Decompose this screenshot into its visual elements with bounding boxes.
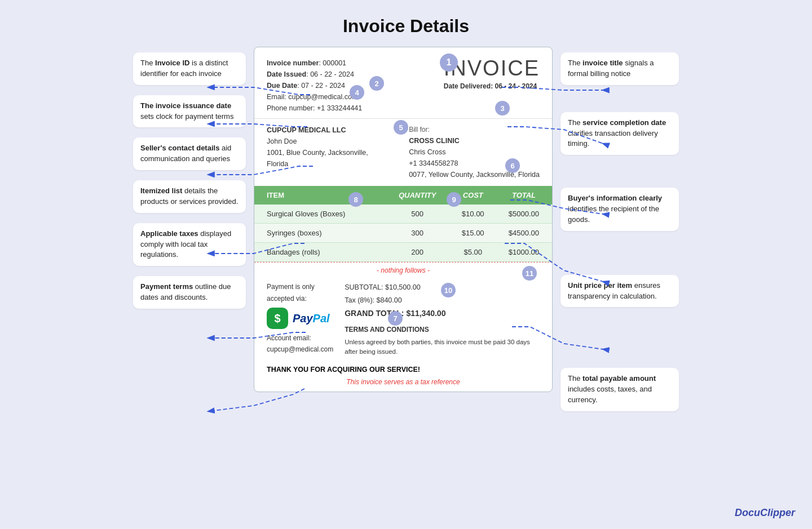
due-date-label: Due Date	[267, 82, 297, 90]
email-label: Email:	[267, 93, 288, 101]
item-qty-2: 300	[385, 224, 450, 243]
invoice-number: 000001	[323, 59, 346, 67]
badge-2: 2	[369, 76, 384, 91]
item-total-1: $5000.00	[496, 205, 552, 224]
page-title: Invoice Details	[0, 0, 812, 47]
thank-you: THANK YOU FOR ACQUIRING OUR SERVICE!	[254, 362, 552, 375]
item-qty-3: 200	[385, 243, 450, 262]
date-delivered: Date Delivered: 06 - 24 - 2024	[444, 82, 540, 90]
item-name-1: Surgical Gloves (Boxes)	[254, 205, 385, 224]
subtotal-label: SUBTOTAL:	[345, 283, 383, 291]
col-item: ITEM	[254, 186, 385, 205]
annotation-seller-contact: Seller's contact details aid communicati…	[133, 137, 246, 170]
grand-total-value: $11,340.00	[406, 309, 445, 318]
badge-5: 5	[394, 120, 408, 135]
col-quantity: QUANTITY	[385, 186, 450, 205]
badge-8: 8	[348, 192, 363, 207]
badge-6: 6	[505, 158, 520, 173]
badge-1: 1	[440, 54, 458, 72]
account-email-label: Account email:	[267, 334, 311, 342]
annotation-total-payable: The total payable amount includes costs,…	[561, 368, 679, 411]
tax-value: $840.00	[377, 296, 402, 304]
invoice-wrapper: Invoice number: 000001 Date Issued: 06 -…	[254, 47, 553, 392]
tax-line: Tax (8%): $840.00	[345, 294, 540, 307]
buyer-phone: +1 3344558278	[409, 158, 540, 169]
item-cost-2: $15.00	[450, 224, 496, 243]
buyer-contact: Chris Cross	[409, 146, 540, 158]
items-table: ITEM QUANTITY COST TOTAL Surgical Gloves…	[254, 186, 552, 262]
subtotal-value: $10,500.00	[385, 283, 421, 291]
item-name-2: Syringes (boxes)	[254, 224, 385, 243]
buyer-block: Bill for: CROSS CLINIC Chris Cross +1 33…	[409, 125, 540, 180]
table-row: Surgical Gloves (Boxes) 500 $10.00 $5000…	[254, 205, 552, 224]
right-annotations: The invoice title signals a formal billi…	[561, 47, 679, 411]
item-name-3: Bandages (rolls)	[254, 243, 385, 262]
annotation-itemized-list: Itemized list details the products or se…	[133, 180, 246, 213]
seller-address: 1001, Blue County, Jacksonville, Florida	[267, 147, 368, 170]
annotation-buyer-info: Buyer's information clearly identifies t…	[561, 188, 679, 231]
nothing-follows: - nothing follows -	[254, 262, 552, 275]
seller-company: CUPCUP MEDICAL LLC	[267, 126, 346, 134]
phone-label: Phone number:	[267, 104, 317, 112]
invoice-right-header: INVOICE Date Delivered: 06 - 24 - 2024	[444, 57, 540, 90]
tax-reference: This invoice serves as a tax reference	[254, 375, 552, 392]
seller-block: Invoice number: 000001 Date Issued: 06 -…	[267, 57, 362, 114]
table-header-row: ITEM QUANTITY COST TOTAL	[254, 186, 552, 205]
tax-label: Tax (8%):	[345, 296, 374, 304]
table-row: Bandages (rolls) 200 $5.00 $1000.00	[254, 243, 552, 262]
email-value: cupcup@medical.com	[288, 93, 358, 101]
item-total-3: $1000.00	[496, 243, 552, 262]
date-delivered-label: Date Delivered	[444, 82, 491, 90]
annotation-service-completion: The service completion date clarifies tr…	[561, 112, 679, 155]
cashapp-icon: $	[267, 308, 288, 329]
bill-for-label: Bill for:	[409, 125, 540, 135]
badge-4: 4	[350, 85, 364, 100]
buyer-address: 0077, Yellow County, Jacksonville, Flori…	[409, 169, 540, 180]
account-email-value: cupcup@medical.com	[267, 345, 333, 353]
phone-value: +1 333244441	[317, 104, 362, 112]
account-email: Account email: cupcup@medical.com	[267, 332, 333, 355]
grand-total-line: GRAND TOTAL: $11,340.00	[345, 306, 540, 321]
paypal-logo: PayPal	[293, 309, 330, 328]
annotation-issuance-date: The invoice issuance date sets clock for…	[133, 95, 246, 128]
docuclipper-logo: DocuClipper	[735, 507, 795, 519]
terms-section: TERMS AND CONDITIONS Unless agreed by bo…	[345, 321, 540, 357]
due-date: 07 - 22 - 2024	[301, 82, 345, 90]
terms-text: Unless agreed by both parties, this invo…	[345, 337, 540, 357]
payment-left: Payment is only accepted via: $ PayPal A…	[267, 281, 333, 355]
item-cost-1: $10.00	[450, 205, 496, 224]
payment-accepted-label: Payment is only accepted via:	[267, 281, 333, 304]
invoice-card: Invoice number: 000001 Date Issued: 06 -…	[254, 47, 553, 392]
col-total: TOTAL	[496, 186, 552, 205]
seller-contact-name: John Doe	[267, 136, 368, 147]
left-annotations: The Invoice ID is a distinct identifier …	[133, 47, 246, 309]
annotation-invoice-title: The invoice title signals a formal billi…	[561, 52, 679, 85]
badge-3: 3	[495, 101, 510, 115]
date-issued: 06 - 22 - 2024	[310, 70, 354, 78]
annotation-invoice-id: The Invoice ID is a distinct identifier …	[133, 52, 246, 85]
item-cost-3: $5.00	[450, 243, 496, 262]
table-row: Syringes (boxes) 300 $15.00 $4500.00	[254, 224, 552, 243]
payment-section: Payment is only accepted via: $ PayPal A…	[254, 275, 552, 362]
date-issued-label: Date Issued	[267, 70, 306, 78]
annotation-payment-terms: Payment terms outline due dates and disc…	[133, 276, 246, 309]
annotation-taxes: Applicable taxes displayed comply with l…	[133, 223, 246, 266]
date-delivered-value: 06 - 24 - 2024	[495, 82, 537, 90]
seller-info-block: CUPCUP MEDICAL LLC John Doe 1001, Blue C…	[267, 125, 368, 180]
invoice-title: INVOICE	[444, 57, 540, 79]
payment-icons: $ PayPal	[267, 308, 333, 329]
invoice-number-label: Invoice number	[267, 59, 319, 67]
badge-9: 9	[447, 192, 461, 207]
terms-title: TERMS AND CONDITIONS	[345, 324, 540, 336]
item-qty-1: 500	[385, 205, 450, 224]
buyer-company: CROSS CLINIC	[409, 137, 460, 145]
annotation-unit-price: Unit price per item ensures transparency…	[561, 275, 679, 308]
item-total-2: $4500.00	[496, 224, 552, 243]
